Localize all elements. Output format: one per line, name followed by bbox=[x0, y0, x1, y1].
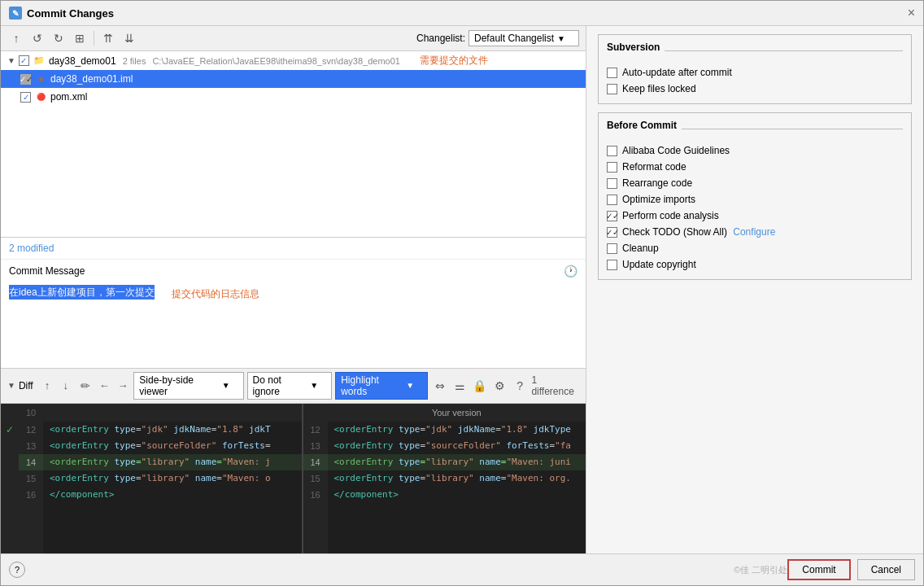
left-panel: ↑ ↺ ↻ ⊞ ⇈ ⇊ Changelist: Default Changeli… bbox=[1, 26, 586, 553]
right-panel: Subversion Auto-update after commit Keep… bbox=[586, 26, 923, 553]
reformat-label: Reformat code bbox=[622, 161, 686, 173]
alibaba-checkbox[interactable] bbox=[607, 146, 617, 156]
diff-collapse-btn[interactable]: ⚌ bbox=[451, 377, 469, 395]
viewer-arrow: ▼ bbox=[222, 381, 230, 390]
close-button[interactable]: × bbox=[908, 6, 915, 20]
perform-analysis-label: Perform code analysis bbox=[622, 210, 719, 221]
diff-edit-btn[interactable]: ✏ bbox=[76, 377, 94, 395]
reformat-checkbox[interactable] bbox=[607, 162, 617, 173]
dropdown-arrow: ▼ bbox=[557, 34, 565, 43]
iml-icon: ◈ bbox=[34, 72, 47, 85]
xml-label: pom.xml bbox=[50, 91, 87, 103]
num-13-left: 13 bbox=[19, 438, 43, 454]
diff-expand-arrow: ▼ bbox=[7, 381, 15, 390]
check-todo-checkbox[interactable]: ✓ bbox=[607, 227, 617, 238]
configure-link[interactable]: Configure bbox=[733, 226, 775, 238]
diff-title: Diff bbox=[19, 380, 33, 391]
line-num-header: 10 bbox=[19, 404, 43, 422]
diff-help-btn[interactable]: ? bbox=[512, 377, 529, 395]
rearrange-label: Rearrange code bbox=[622, 177, 692, 189]
window-title: Commit Changes bbox=[27, 7, 114, 20]
left-line-15: <orderEntry type="library" name="Maven: … bbox=[43, 470, 302, 487]
app-icon: ✎ bbox=[9, 7, 22, 20]
commit-msg-highlighted-text: 在idea上新创建项目，第一次提交 bbox=[9, 285, 155, 300]
expand-button[interactable]: ⇈ bbox=[99, 29, 117, 47]
diff-settings-btn[interactable]: ⚙ bbox=[491, 377, 508, 395]
modified-label[interactable]: 2 modified bbox=[1, 238, 586, 260]
keep-locked-row: Keep files locked bbox=[607, 81, 903, 97]
commit-button[interactable]: Commit bbox=[787, 559, 850, 580]
diff-count: 1 difference bbox=[531, 374, 579, 397]
diff-back-btn[interactable]: ← bbox=[97, 378, 112, 394]
right-num-col: 12 13 14 15 16 bbox=[303, 404, 328, 554]
num-12-right: 12 bbox=[303, 422, 328, 438]
undo-button[interactable]: ↺ bbox=[28, 29, 46, 47]
update-copyright-checkbox[interactable] bbox=[607, 260, 617, 270]
cleanup-checkbox[interactable] bbox=[607, 243, 617, 254]
highlight-dropdown[interactable]: Highlight words ▼ bbox=[335, 372, 428, 400]
commit-msg-textarea[interactable] bbox=[1, 303, 586, 368]
expand-arrow: ▼ bbox=[7, 56, 15, 65]
optimize-label: Optimize imports bbox=[622, 194, 695, 205]
right-line-12: <orderEntry type="jdk" jdkName="1.8" jdk… bbox=[328, 422, 586, 438]
bottom-bar: ? ©佳 二明引处 Commit Cancel bbox=[1, 553, 923, 585]
diff-content-area: ✓ 10 12 13 14 15 16 bbox=[1, 404, 586, 554]
rearrange-row: Rearrange code bbox=[607, 175, 903, 191]
file-item-iml[interactable]: ✓ ◈ day38_demo01.iml bbox=[1, 70, 586, 88]
xml-checkbox[interactable] bbox=[20, 92, 31, 103]
diff-lock-btn[interactable]: 🔒 bbox=[471, 377, 488, 395]
cancel-button[interactable]: Cancel bbox=[857, 559, 915, 580]
commit-msg-annotation: 提交代码的日志信息 bbox=[172, 287, 259, 301]
root-count: 2 files bbox=[123, 56, 146, 66]
changelist-dropdown[interactable]: Default Changelist ▼ bbox=[469, 30, 579, 46]
ignore-dropdown[interactable]: Do not ignore ▼ bbox=[247, 372, 333, 400]
before-commit-title: Before Commit bbox=[607, 120, 677, 131]
commit-changes-window: ✎ Commit Changes × ↑ ↺ ↻ ⊞ ⇈ ⇊ Changelis… bbox=[0, 0, 924, 586]
keep-locked-checkbox[interactable] bbox=[607, 84, 617, 94]
num-14-left: 14 bbox=[19, 454, 43, 470]
num-13-right: 13 bbox=[303, 438, 328, 454]
title-bar: ✎ Commit Changes × bbox=[1, 1, 923, 26]
highlight-label: Highlight words bbox=[341, 374, 403, 397]
perform-analysis-checkbox[interactable]: ✓ bbox=[607, 211, 617, 221]
rearrange-checkbox[interactable] bbox=[607, 178, 617, 189]
left-line-14: <orderEntry type="library" name="Maven: … bbox=[43, 454, 302, 470]
auto-update-checkbox[interactable] bbox=[607, 68, 617, 78]
root-checkbox[interactable] bbox=[19, 55, 29, 66]
left-gutter: ✓ bbox=[1, 404, 19, 554]
diff-forward-btn[interactable]: → bbox=[116, 378, 131, 394]
move-up-button[interactable]: ↑ bbox=[7, 29, 25, 47]
file-tree: ▼ 📁 day38_demo01 2 files C:\JavaEE_Relat… bbox=[1, 51, 586, 238]
before-commit-divider bbox=[682, 129, 903, 129]
check-todo-row: ✓ Check TODO (Show All) Configure bbox=[607, 224, 903, 240]
group-button[interactable]: ⊞ bbox=[71, 29, 89, 47]
right-num-header bbox=[303, 404, 328, 422]
check-mark: ✓ bbox=[6, 422, 14, 438]
num-16-right: 16 bbox=[303, 487, 328, 503]
file-item-xml[interactable]: 🔴 pom.xml bbox=[1, 88, 586, 106]
alibaba-label: Alibaba Code Guidelines bbox=[622, 145, 730, 156]
optimize-checkbox[interactable] bbox=[607, 195, 617, 205]
before-commit-header: Before Commit bbox=[607, 120, 903, 138]
num-16-left: 16 bbox=[19, 487, 43, 503]
changelist-value: Default Changelist bbox=[474, 33, 554, 44]
keep-locked-label: Keep files locked bbox=[622, 83, 696, 94]
num-15-right: 15 bbox=[303, 470, 328, 487]
diff-next-btn[interactable]: ↓ bbox=[58, 378, 73, 394]
root-path: C:\JavaEE_Relation\JavaEE98\itheima98_sv… bbox=[152, 56, 400, 66]
check-todo-label: Check TODO (Show All) Configure bbox=[622, 226, 775, 238]
refresh-button[interactable]: ↻ bbox=[50, 29, 68, 47]
update-copyright-row: Update copyright bbox=[607, 256, 903, 273]
diff-expand-all-btn[interactable]: ⇔ bbox=[431, 377, 448, 395]
file-tree-root[interactable]: ▼ 📁 day38_demo01 2 files C:\JavaEE_Relat… bbox=[1, 51, 586, 70]
collapse-button[interactable]: ⇊ bbox=[120, 29, 138, 47]
viewer-label: Side-by-side viewer bbox=[139, 374, 218, 397]
ignore-label: Do not ignore bbox=[253, 374, 307, 397]
iml-checkbox[interactable]: ✓ bbox=[20, 74, 31, 85]
diff-prev-btn[interactable]: ↑ bbox=[40, 378, 55, 394]
optimize-row: Optimize imports bbox=[607, 191, 903, 208]
diff-section: ▼ Diff ↑ ↓ ✏ ← → Side-by-side viewer ▼ D… bbox=[1, 369, 586, 554]
commit-msg-header: Commit Message 🕐 bbox=[1, 260, 586, 282]
viewer-dropdown[interactable]: Side-by-side viewer ▼ bbox=[133, 372, 243, 400]
help-button[interactable]: ? bbox=[9, 562, 25, 578]
